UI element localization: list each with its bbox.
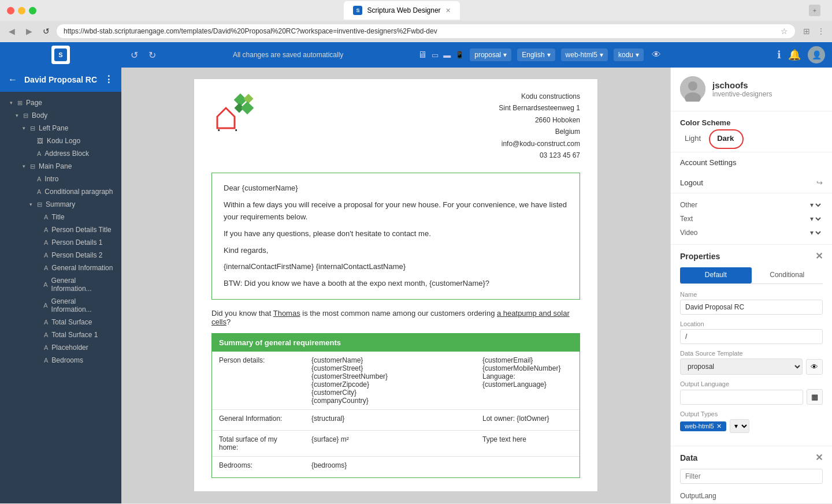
tab-default[interactable]: Default	[680, 267, 752, 283]
browser-tab[interactable]: S Scriptura Web Designer ✕	[344, 1, 459, 20]
data-section: Data ✕ OutputLang	[671, 446, 832, 503]
data-filter-input[interactable]	[680, 469, 823, 484]
sidebar-tree: ▾ ⊞ Page ▾ ⊟ Body ▾ ⊟ Left Pane 🖼 Kodu L…	[0, 92, 121, 503]
sidebar-item-placeholder[interactable]: A Placeholder	[0, 341, 121, 354]
close-window-btn[interactable]	[7, 7, 14, 14]
refresh-button[interactable]: ↺	[39, 24, 53, 38]
language-select-label: English	[522, 51, 544, 59]
document-canvas: kodu living today & tomorrow Kodu constr…	[194, 79, 598, 492]
tablet-icon[interactable]: ▭	[432, 51, 439, 59]
color-light-option[interactable]: Light	[680, 132, 705, 145]
sidebar-back-btn[interactable]: ←	[8, 74, 17, 85]
address-bar[interactable]: https://wbd-stab.scripturaengage.com/tem…	[57, 24, 795, 38]
mobile-icon[interactable]: 📱	[455, 51, 464, 59]
form-group-location: Location	[680, 320, 823, 344]
output-select[interactable]: web-html5 ▾	[561, 48, 608, 61]
sidebar-item-address-block[interactable]: A Address Block	[0, 147, 121, 160]
sidebar-item-summary[interactable]: ▾ ⊟ Summary	[0, 198, 121, 211]
sidebar-item-bedrooms[interactable]: A Bedrooms	[0, 354, 121, 367]
output-tag-close-btn[interactable]: ✕	[716, 423, 722, 430]
sidebar-item-total-surface[interactable]: A Total Surface	[0, 316, 121, 328]
sidebar-item-person-details-1[interactable]: A Person Details 1	[0, 236, 121, 249]
sidebar-item-body[interactable]: ▾ ⊟ Body	[0, 109, 121, 122]
notification-icon[interactable]: 🔔	[788, 48, 801, 61]
preview-icon[interactable]: 👁	[649, 47, 663, 62]
sidebar-item-main-pane[interactable]: ▾ ⊟ Main Pane	[0, 160, 121, 173]
proposal-select-label: proposal	[474, 51, 501, 59]
tab-conditional[interactable]: Conditional	[752, 267, 823, 283]
output-select-label: web-html5	[566, 51, 597, 59]
sidebar-item-general-info[interactable]: A General Information	[0, 262, 121, 274]
text-icon-gi2: A	[43, 281, 47, 288]
sidebar-item-left-pane[interactable]: ▾ ⊟ Left Pane	[0, 122, 121, 135]
datasource-select[interactable]: proposal	[680, 359, 803, 375]
data-close-btn[interactable]: ✕	[815, 452, 823, 463]
address-line1: Sint Bernardsesteenweg 1	[499, 102, 580, 114]
toggle-main-pane[interactable]: ▾	[21, 163, 27, 169]
sidebar-item-conditional[interactable]: A Conditional paragraph	[0, 185, 121, 198]
output-types-label: Output Types	[680, 410, 823, 417]
sidebar-item-person-details-2[interactable]: A Person Details 2	[0, 249, 121, 262]
logout-item[interactable]: Logout ↪	[671, 173, 832, 193]
text-select[interactable]: ▾	[808, 214, 823, 223]
proposal-chevron: ▾	[503, 51, 507, 59]
extensions-btn[interactable]: ⊞	[801, 24, 812, 38]
bookmark-star[interactable]: ☆	[781, 27, 788, 36]
video-select[interactable]: ▾	[808, 228, 823, 237]
company-name: Kodu constructions	[499, 91, 580, 102]
toggle-left-pane[interactable]: ▾	[21, 125, 27, 131]
letter-body1: Within a few days you will receive a pro…	[224, 199, 568, 223]
back-button[interactable]: ◀	[5, 24, 18, 38]
output-lang-label: Output Language	[680, 380, 823, 387]
tab-close-btn[interactable]: ✕	[445, 7, 451, 14]
info-text: Did you know that Thomas is the most com…	[211, 309, 580, 326]
redo-button[interactable]: ↻	[146, 47, 158, 63]
user-org: inventive-designers	[712, 90, 772, 98]
summary-table: Summary of general requirements Person d…	[211, 333, 580, 478]
svg-text:kodu: kodu	[217, 128, 245, 131]
color-dark-option[interactable]: Dark	[712, 132, 738, 145]
language-select[interactable]: English ▾	[517, 48, 555, 61]
summary-extra-surface: Type text here	[476, 431, 580, 456]
datasource-eye-btn[interactable]: 👁	[806, 359, 823, 375]
output-lang-row: ▦	[680, 389, 823, 405]
sidebar-more-btn[interactable]: ⋮	[104, 74, 113, 85]
info-icon[interactable]: ℹ	[777, 48, 781, 61]
address-line3: Belgium	[499, 126, 580, 137]
name-field-input[interactable]	[680, 300, 823, 315]
forward-button[interactable]: ▶	[22, 24, 36, 38]
location-field-input[interactable]	[680, 329, 823, 344]
body-icon: ⊟	[23, 112, 28, 120]
other-select[interactable]: ▾	[808, 200, 823, 210]
account-settings-item[interactable]: Account Settings	[671, 152, 832, 173]
undo-button[interactable]: ↺	[128, 47, 140, 63]
toggle-summary[interactable]: ▾	[28, 201, 34, 207]
output-type-select[interactable]: ▾	[730, 419, 749, 433]
canvas-area: kodu living today & tomorrow Kodu constr…	[121, 67, 670, 503]
properties-close-btn[interactable]: ✕	[815, 251, 823, 262]
sidebar-item-page[interactable]: ▾ ⊞ Page	[0, 96, 121, 109]
desktop-icon[interactable]: 🖥	[418, 50, 427, 60]
maximize-window-btn[interactable]	[29, 7, 36, 14]
output-lang-calendar-btn[interactable]: ▦	[807, 389, 823, 405]
kodu-select[interactable]: kodu ▾	[614, 48, 644, 61]
sidebar-item-kodu-logo[interactable]: 🖼 Kodu Logo	[0, 135, 121, 147]
other-dropdown-row: Other ▾	[680, 198, 823, 212]
output-lang-input[interactable]	[680, 390, 803, 405]
language-chevron: ▾	[547, 51, 551, 59]
tablet-landscape-icon[interactable]: ▬	[443, 51, 451, 59]
sidebar-item-intro[interactable]: A Intro	[0, 173, 121, 185]
sidebar-item-general-info-2[interactable]: A General Information...	[0, 274, 121, 295]
toggle-page[interactable]: ▾	[8, 100, 14, 106]
toggle-body[interactable]: ▾	[14, 113, 20, 118]
sidebar-item-total-surface-1[interactable]: A Total Surface 1	[0, 328, 121, 341]
text-icon-ts: A	[44, 319, 48, 326]
sidebar-item-general-info-3[interactable]: A General Information...	[0, 295, 121, 316]
traffic-lights	[7, 7, 36, 14]
sidebar-item-person-details-title[interactable]: A Person Details Title	[0, 223, 121, 236]
sidebar-item-title[interactable]: A Title	[0, 211, 121, 223]
minimize-window-btn[interactable]	[18, 7, 25, 14]
user-avatar-header[interactable]: 👤	[808, 46, 825, 64]
menu-btn[interactable]: ⋮	[815, 24, 827, 38]
proposal-select[interactable]: proposal ▾	[470, 48, 511, 61]
